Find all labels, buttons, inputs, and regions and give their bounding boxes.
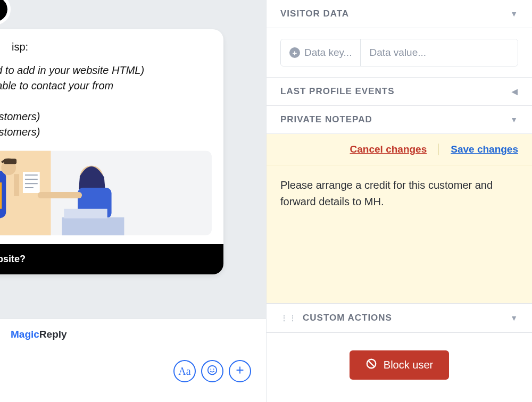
bubble-intro: isp: — [12, 41, 212, 53]
panel-header-last-profile-events[interactable]: LAST PROFILE EVENTS ◀ — [267, 78, 532, 106]
svg-rect-12 — [62, 217, 124, 236]
text-format-icon: Aa — [178, 365, 190, 378]
chevron-down-icon: ▼ — [510, 115, 518, 124]
chevron-down-icon: ▼ — [510, 10, 518, 18]
composer-tabs: MagicReply — [11, 319, 266, 340]
panel-header-private-notepad[interactable]: PRIVATE NOTEPAD ▼ — [267, 106, 532, 134]
plus-icon — [234, 364, 246, 379]
composer: MagicReply Aa — [0, 319, 266, 402]
block-user-row: Block user — [267, 332, 532, 402]
visitor-data-key-input[interactable]: + Data key... — [281, 39, 361, 66]
svg-rect-11 — [38, 192, 82, 198]
conversation-tag-pill[interactable]: Bs — [0, 0, 7, 22]
message-area: Bs isp: ou need to add in your website H… — [0, 0, 266, 319]
bubble-body: ou need to add in your website HTML) wil… — [0, 63, 212, 140]
visitor-data-value-input[interactable] — [361, 39, 518, 66]
notepad-action-bar: Cancel changes Save changes — [267, 134, 532, 165]
panel-header-visitor-data[interactable]: VISITOR DATA ▼ — [267, 0, 532, 28]
svg-rect-13 — [64, 209, 107, 219]
panel-title: PRIVATE NOTEPAD — [280, 114, 372, 125]
smile-icon — [206, 364, 218, 379]
chat-bubble: isp: ou need to add in your website HTML… — [0, 29, 223, 274]
notepad-cancel-button[interactable]: Cancel changes — [350, 144, 439, 155]
emoji-button[interactable] — [201, 360, 223, 382]
visitor-data-input-group: + Data key... — [280, 39, 518, 66]
add-attachment-button[interactable] — [229, 360, 251, 382]
format-text-button[interactable]: Aa — [173, 360, 196, 382]
chevron-left-icon: ◀ — [512, 87, 518, 96]
visitor-data-body: + Data key... — [267, 28, 532, 78]
details-sidebar: VISITOR DATA ▼ + Data key... LAST PROFIL… — [266, 0, 532, 402]
bubble-cta-button[interactable]: my website? — [0, 244, 223, 274]
block-user-label: Block user — [384, 359, 433, 371]
svg-rect-4 — [0, 182, 2, 209]
chevron-down-icon: ▼ — [510, 314, 518, 322]
drag-handle-icon[interactable]: ⋮⋮ — [280, 314, 297, 322]
block-user-button[interactable]: Block user — [350, 350, 449, 380]
svg-point-15 — [210, 368, 211, 370]
ban-icon — [365, 358, 377, 372]
conversation-column: Bs isp: ou need to add in your website H… — [0, 0, 266, 402]
panel-title: VISITOR DATA — [280, 9, 349, 19]
notepad-textarea[interactable] — [267, 165, 532, 304]
data-key-placeholder: Data key... — [304, 47, 352, 58]
panel-header-custom-actions[interactable]: ⋮⋮ CUSTOM ACTIONS ▼ — [267, 304, 532, 332]
panel-title: LAST PROFILE EVENTS — [280, 86, 395, 97]
composer-actions: Aa — [11, 340, 266, 402]
svg-rect-7 — [14, 174, 19, 196]
tab-magicreply[interactable]: MagicReply — [11, 329, 67, 340]
notepad-save-button[interactable]: Save changes — [439, 144, 518, 155]
svg-point-16 — [213, 368, 214, 370]
svg-point-14 — [208, 365, 217, 374]
panel-title: CUSTOM ACTIONS — [303, 313, 392, 323]
bubble-illustration — [0, 150, 212, 236]
plus-circle-icon: + — [289, 47, 300, 58]
